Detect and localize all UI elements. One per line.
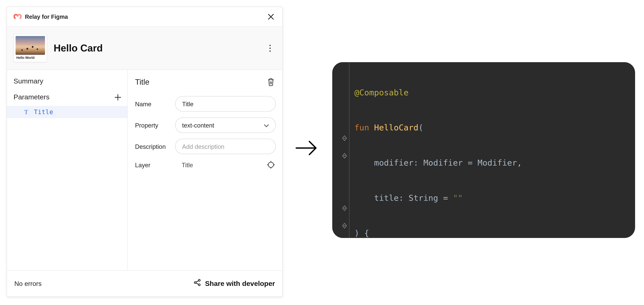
- delete-icon[interactable]: [266, 77, 276, 87]
- name-label: Name: [135, 100, 170, 107]
- svg-point-6: [198, 284, 200, 286]
- plugin-title: Relay for Figma: [25, 13, 68, 20]
- svg-point-5: [194, 282, 196, 284]
- svg-point-0: [269, 44, 271, 46]
- description-input[interactable]: [175, 139, 276, 154]
- chevron-down-icon: [264, 122, 269, 129]
- share-label: Share with developer: [205, 280, 275, 288]
- property-select[interactable]: text-content: [175, 117, 276, 133]
- fold-marker-icon[interactable]: [341, 135, 348, 141]
- detail-panel: Title Name Property: [128, 70, 282, 270]
- component-thumbnail: Hello World: [14, 34, 47, 62]
- target-icon[interactable]: [266, 160, 276, 170]
- plugin-window: Relay for Figma Hello World Hello Card S…: [6, 6, 283, 297]
- summary-heading[interactable]: Summary: [7, 77, 127, 93]
- component-title: Hello Card: [54, 42, 258, 54]
- svg-point-2: [269, 50, 271, 52]
- svg-point-4: [198, 279, 200, 281]
- parameters-heading: Parameters: [14, 93, 50, 101]
- fold-marker-icon[interactable]: [341, 222, 348, 229]
- relay-logo-icon: [14, 13, 22, 20]
- detail-heading: Title: [135, 78, 150, 87]
- left-panel: Summary Parameters T Title: [7, 70, 128, 270]
- thumbnail-image: [16, 36, 45, 55]
- close-icon[interactable]: [266, 12, 276, 22]
- property-label: Property: [135, 122, 170, 129]
- arrow-icon: [295, 139, 319, 159]
- svg-point-3: [268, 162, 274, 167]
- thumbnail-caption: Hello World: [16, 55, 45, 60]
- code-text: @Composable fun HelloCard( modifier: Mod…: [350, 62, 635, 238]
- component-header: Hello World Hello Card: [7, 27, 282, 70]
- description-label: Description: [135, 143, 170, 150]
- property-value: text-content: [182, 122, 214, 129]
- plugin-footer: No errors Share with developer: [7, 270, 282, 297]
- layer-value: Title: [175, 161, 261, 168]
- parameter-name: Title: [34, 108, 53, 116]
- plugin-titlebar: Relay for Figma: [7, 7, 282, 26]
- layer-label: Layer: [135, 161, 170, 168]
- text-type-icon: T: [23, 109, 29, 115]
- more-menu-icon[interactable]: [264, 42, 276, 54]
- code-gutter: [332, 62, 349, 238]
- code-preview: @Composable fun HelloCard( modifier: Mod…: [332, 62, 635, 238]
- status-text: No errors: [14, 280, 42, 287]
- fold-marker-icon[interactable]: [341, 205, 348, 211]
- share-icon: [194, 279, 201, 288]
- fold-marker-icon[interactable]: [341, 152, 348, 159]
- parameter-item-title[interactable]: T Title: [7, 106, 127, 118]
- svg-point-1: [269, 47, 271, 49]
- share-button[interactable]: Share with developer: [194, 279, 275, 288]
- name-input[interactable]: [175, 96, 276, 112]
- add-parameter-icon[interactable]: [113, 93, 122, 102]
